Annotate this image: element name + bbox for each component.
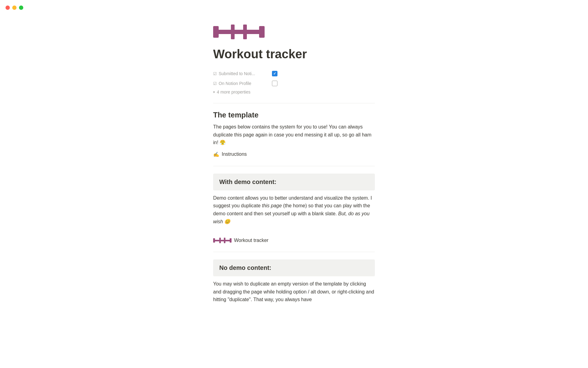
page-title: Workout tracker [213, 47, 375, 61]
instructions-link[interactable]: ✍️ Instructions [213, 150, 375, 159]
page-container: Workout tracker ☑ Submitted to Noti... ☑… [184, 0, 404, 368]
dumbbell-left-end [213, 26, 219, 38]
db-sm-center [221, 240, 224, 241]
more-properties-toggle[interactable]: ▾ 4 more properties [213, 88, 375, 96]
close-button[interactable] [6, 6, 10, 10]
instructions-icon: ✍️ [213, 151, 219, 157]
property-label-submitted: ☑ Submitted to Noti... [213, 71, 268, 76]
divider-1 [213, 103, 375, 103]
property-label-notion-profile: ☑ On Notion Profile [213, 81, 268, 86]
no-demo-title: No demo content: [219, 264, 271, 271]
dumbbell-left-weight [231, 25, 235, 39]
traffic-lights [6, 6, 23, 10]
chevron-down-icon: ▾ [213, 90, 215, 94]
more-properties-label: 4 more properties [217, 90, 251, 94]
checkbox-prop-icon: ☑ [213, 71, 217, 76]
property-value-submitted[interactable] [272, 71, 277, 76]
divider-2 [213, 166, 375, 166]
property-row-notion-profile: ☑ On Notion Profile [213, 79, 375, 88]
checkbox-prop-icon-2: ☑ [213, 81, 217, 86]
minimize-button[interactable] [12, 6, 17, 10]
properties-section: ☑ Submitted to Noti... ☑ On Notion Profi… [213, 69, 375, 96]
instructions-link-text[interactable]: Instructions [222, 151, 247, 157]
dumbbell-right-bar [247, 30, 259, 34]
workout-tracker-link[interactable]: Workout tracker [213, 236, 375, 244]
dumbbell-center-bar [235, 30, 243, 34]
no-demo-section: No demo content: You may wish to duplica… [213, 259, 375, 311]
db-sm-left-bar [215, 240, 219, 241]
checkbox-notion-profile[interactable] [272, 81, 277, 86]
demo-content-box: With demo content: [213, 174, 375, 190]
workout-tracker-link-text[interactable]: Workout tracker [234, 238, 269, 243]
demo-italic-1: this page [262, 203, 282, 208]
checkbox-submitted[interactable] [272, 71, 277, 76]
property-row-submitted: ☑ Submitted to Noti... [213, 69, 375, 79]
dumbbell-right-weight [243, 25, 247, 39]
demo-content-body: Demo content allows you to better unders… [213, 190, 375, 233]
property-label-submitted-text: Submitted to Noti... [219, 71, 255, 76]
demo-body-text: Demo content allows you to better unders… [213, 194, 375, 225]
template-heading: The template [213, 111, 375, 119]
property-value-notion-profile[interactable] [272, 81, 277, 86]
demo-italic-2: But, do as you wish 😊 [213, 211, 370, 224]
demo-content-section: With demo content: Demo content allows y… [213, 174, 375, 244]
db-sm-right-end [230, 238, 232, 243]
no-demo-body-text: You may wish to duplicate an empty versi… [213, 280, 375, 304]
no-demo-box: No demo content: [213, 259, 375, 276]
maximize-button[interactable] [19, 6, 23, 10]
dumbbell-small-icon [213, 238, 232, 243]
no-demo-body: You may wish to duplicate an empty versi… [213, 276, 375, 311]
dumbbell-left-bar [219, 30, 231, 34]
template-body: The pages below contains the system for … [213, 123, 375, 147]
demo-content-title: With demo content: [219, 178, 276, 185]
dumbbell-right-end [259, 26, 265, 38]
property-label-notion-profile-text: On Notion Profile [219, 81, 251, 86]
template-section: The template The pages below contains th… [213, 111, 375, 159]
db-sm-right-bar [225, 240, 230, 241]
page-icon [213, 25, 265, 39]
divider-3 [213, 252, 375, 252]
